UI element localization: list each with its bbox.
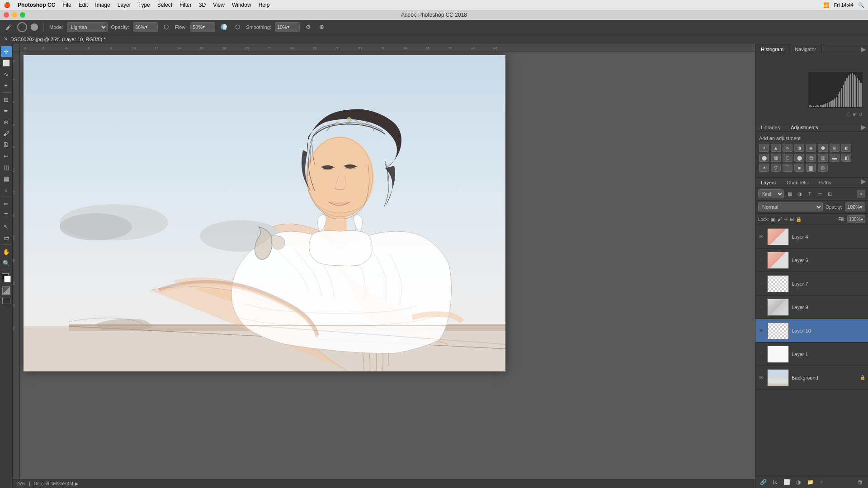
layer-item-layer1[interactable]: 👁 Layer 1 [755,343,868,366]
opacity-row-value[interactable]: 100% ▾ [845,202,865,211]
hand-tool[interactable]: ✋ [1,246,12,257]
brush-tool-icon[interactable]: 🖌 [4,22,14,32]
adj-brightness-icon[interactable]: ☀ [759,144,769,152]
filter-menu[interactable]: Filter [179,2,192,8]
window-menu[interactable]: Window [232,2,251,8]
filter-type-btn[interactable]: T [806,190,814,198]
layer6-visibility-toggle[interactable]: 👁 [758,257,764,263]
rectangular-marquee-tool[interactable]: ⬜ [1,57,12,68]
adj-photofilter-icon[interactable]: ⬤ [759,154,769,162]
layers-panel-menu[interactable]: ▶ [861,178,866,185]
tab-histogram[interactable]: Histogram [755,44,789,54]
histogram-icon-3[interactable]: ↺ [859,112,863,117]
pen-tool[interactable]: ✏ [1,198,12,209]
lock-position-btn[interactable]: ✛ [784,216,788,222]
quick-mask-btn[interactable] [2,286,10,295]
layer10-visibility-toggle[interactable]: 👁 [758,328,764,334]
layer-link-btn[interactable]: 🔗 [758,478,768,486]
apple-menu[interactable]: 🍎 [4,2,10,8]
layer-style-btn[interactable]: fx [770,478,780,486]
adj-panel-menu[interactable]: ▶ [861,123,866,131]
brush-tool[interactable]: 🖌 [1,128,12,139]
kind-select[interactable]: Kind Name Effect [758,189,784,198]
layer-filter-toggle[interactable]: ● [857,190,865,198]
adj-posterize-icon[interactable]: ▤ [806,154,816,162]
dodge-tool[interactable]: ○ [1,184,12,195]
adj-vibrance-icon[interactable]: ◈ [806,144,816,152]
adj-channelmix-icon[interactable]: ▦ [771,154,781,162]
tab-channels[interactable]: Channels [781,178,813,187]
adj-exposure-icon[interactable]: ◑ [794,144,804,152]
adj-bw-icon[interactable]: ◐ [841,144,851,152]
filter-pixel-btn[interactable]: ▩ [786,190,794,198]
pressure-flow-btn[interactable]: ⬡ [232,22,242,32]
smoothing-options-btn[interactable]: ⚙ [303,22,313,32]
adj-invert-icon[interactable]: ⬤ [794,154,804,162]
tab-adjustments[interactable]: Adjustments [785,123,824,131]
flow-value[interactable]: 50% ▾ [190,22,215,32]
3d-menu[interactable]: 3D [199,2,206,8]
adj-levels-icon[interactable]: ▲ [771,144,781,152]
histogram-icon-2[interactable]: ⊞ [853,112,857,117]
layer-menu[interactable]: Layer [118,2,131,8]
background-color[interactable] [4,276,11,282]
magic-wand-tool[interactable]: ✴ [1,80,12,91]
lock-all-btn[interactable]: 🔒 [796,216,802,222]
tab-close-btn[interactable]: ✕ [4,36,8,42]
lock-transparent-btn[interactable]: ▣ [771,216,775,222]
adj-hsl-icon[interactable]: ⬢ [818,144,828,152]
adj-curves-icon[interactable]: ∿ [783,144,793,152]
layer-item-layer7[interactable]: 👁 Layer 7 [755,272,868,296]
background-visibility-toggle[interactable]: 👁 [758,375,764,381]
edit-menu[interactable]: Edit [79,2,88,8]
adj-colorbalance-icon[interactable]: ⊕ [830,144,840,152]
adj-selectcolor-icon[interactable]: ◧ [841,154,851,162]
lock-artboard-btn[interactable]: ⊞ [790,216,794,222]
filter-shape-btn[interactable]: ▭ [816,190,824,198]
blend-mode-select[interactable]: Normal Dissolve Multiply Screen Overlay … [758,202,823,211]
layer4-visibility-toggle[interactable]: 👁 [758,234,764,240]
symmetry-btn[interactable]: ⊕ [317,22,327,32]
crop-tool[interactable]: ⊞ [1,94,12,105]
tab-layers[interactable]: Layers [755,178,781,187]
panel-menu-btn[interactable]: ▶ [861,46,866,53]
layer7-visibility-toggle[interactable]: 👁 [758,281,764,287]
filter-adj-btn[interactable]: ◑ [796,190,804,198]
mode-select[interactable]: Lighten Normal Multiply Screen Overlay [67,22,108,32]
smoothing-value[interactable]: 10% ▾ [275,22,300,32]
minimize-button[interactable] [12,12,17,18]
fill-value-display[interactable]: 100% ▾ [847,215,865,223]
adj-curves-2[interactable]: ⌒ [783,164,793,172]
screen-mode-btn[interactable] [2,297,10,304]
layer-item-layer4[interactable]: 👁 Layer 4 [755,225,868,249]
tab-paths[interactable]: Paths [813,178,837,187]
adj-solid-color[interactable]: ■ [794,164,804,172]
app-name-menu[interactable]: Photoshop CC [18,2,55,8]
image-menu[interactable]: Image [95,2,110,8]
layer-mask-btn[interactable]: ⬜ [782,478,792,486]
select-menu[interactable]: Select [157,2,172,8]
help-menu[interactable]: Help [259,2,270,8]
path-select-tool[interactable]: ↖ [1,221,12,232]
opacity-value[interactable]: 36% ▾ [133,22,158,32]
hardness-icon[interactable] [31,23,38,31]
move-tool[interactable]: ✛ [1,46,12,57]
healing-brush-tool[interactable]: ⊗ [1,117,12,127]
adj-threshold-icon[interactable]: ▥ [818,154,828,162]
eyedropper-tool[interactable]: ✒ [1,105,12,116]
tab-filename[interactable]: DSC00202.jpg @ 25% (Layer 10, RGB/8) * [10,37,106,42]
adj-colorlookup-icon[interactable]: ⬡ [783,154,793,162]
adj-brightnesscon-2[interactable]: ☀ [759,164,769,172]
maximize-button[interactable] [20,12,25,18]
layer-delete-btn[interactable]: 🗑 [855,478,865,486]
search-icon[interactable]: 🔍 [858,2,864,8]
layer1-visibility-toggle[interactable]: 👁 [758,351,764,357]
layer-item-layer10[interactable]: 👁 Layer 10 [755,319,868,343]
shape-tool[interactable]: ▭ [1,232,12,243]
adj-grad-fill[interactable]: ▓ [806,164,816,172]
tool-size[interactable] [17,22,27,32]
layer-item-layer6[interactable]: 👁 Layer 6 [755,249,868,272]
text-tool[interactable]: T [1,210,12,221]
file-menu[interactable]: File [62,2,71,8]
color-swatch[interactable] [2,273,11,282]
